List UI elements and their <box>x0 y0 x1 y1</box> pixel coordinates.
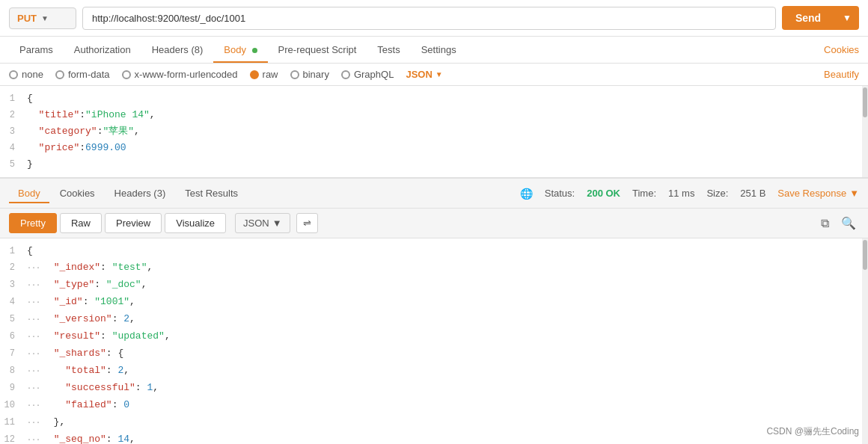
filter-button[interactable]: ⇌ <box>296 213 318 233</box>
radio-binary <box>290 70 299 79</box>
resp-line-12: 12 ··· "_seq_no": 14, <box>0 431 868 444</box>
cookies-link[interactable]: Cookies <box>824 44 859 55</box>
status-value: 200 OK <box>587 188 620 199</box>
resp-line-3: 3 ··· "_type": "_doc", <box>0 277 868 294</box>
option-binary[interactable]: binary <box>290 69 329 80</box>
req-line-3: 3 "category":"苹果", <box>0 123 868 140</box>
request-scrollbar[interactable] <box>862 86 868 177</box>
resp-line-9: 9 ··· "successful": 1, <box>0 380 868 397</box>
resp-tab-headers[interactable]: Headers (3) <box>106 183 175 203</box>
save-response-chevron-icon: ▼ <box>849 188 859 199</box>
json-chevron-icon: ▼ <box>435 70 443 78</box>
option-graphql[interactable]: GraphQL <box>341 69 394 80</box>
req-line-2: 2 "title":"iPhone 14", <box>0 107 868 123</box>
send-button-label: Send <box>782 12 834 24</box>
resp-line-2: 2 ··· "_index": "test", <box>0 259 868 277</box>
method-select[interactable]: PUT ▼ <box>9 7 76 29</box>
tab-tests[interactable]: Tests <box>367 37 410 63</box>
view-visualize-button[interactable]: Visualize <box>165 213 226 233</box>
resp-line-11: 11 ··· }, <box>0 414 868 431</box>
method-value: PUT <box>17 13 37 24</box>
request-code-area[interactable]: 1 { 2 "title":"iPhone 14", 3 "category":… <box>0 86 868 179</box>
globe-icon: 🌐 <box>520 188 533 200</box>
resp-line-6: 6 ··· "result": "updated", <box>0 328 868 345</box>
view-right-icons: ⧉ 🔍 <box>818 215 859 232</box>
request-editor: 1 { 2 "title":"iPhone 14", 3 "category":… <box>0 86 868 179</box>
response-scrollbar-thumb <box>863 240 867 270</box>
view-options-bar: Pretty Raw Preview Visualize JSON ▼ ⇌ ⧉ … <box>0 209 868 238</box>
option-form-data[interactable]: form-data <box>55 69 110 80</box>
method-chevron-icon: ▼ <box>41 14 49 22</box>
radio-form-data <box>55 70 64 79</box>
radio-raw <box>250 70 259 79</box>
size-value: 251 B <box>740 188 765 199</box>
radio-none <box>9 70 18 79</box>
response-json-content: 1 { 2 ··· "_index": "test", 3 ··· "_type… <box>0 238 868 444</box>
copy-button[interactable]: ⧉ <box>818 215 832 232</box>
tab-settings[interactable]: Settings <box>411 37 467 63</box>
option-none[interactable]: none <box>9 69 43 80</box>
filter-icon: ⇌ <box>303 218 311 229</box>
req-line-1: 1 { <box>0 90 868 107</box>
watermark: CSDN @骊先生Coding <box>766 425 859 438</box>
time-value: 11 ms <box>668 188 694 199</box>
resp-line-8: 8 ··· "total": 2, <box>0 363 868 380</box>
resp-tab-body[interactable]: Body <box>9 183 49 203</box>
req-line-5: 5 } <box>0 156 868 173</box>
response-scrollbar[interactable] <box>862 238 868 444</box>
view-raw-button[interactable]: Raw <box>60 213 102 233</box>
url-input[interactable] <box>82 7 776 30</box>
response-status-bar: 🌐 Status: 200 OK Time: 11 ms Size: 251 B… <box>520 188 859 200</box>
tab-headers[interactable]: Headers (8) <box>141 37 214 63</box>
view-preview-button[interactable]: Preview <box>105 213 162 233</box>
nav-tabs: Params Authorization Headers (8) Body Pr… <box>0 37 868 64</box>
radio-graphql <box>341 70 350 79</box>
resp-line-5: 5 ··· "_version": 2, <box>0 311 868 328</box>
tab-params[interactable]: Params <box>9 37 64 63</box>
time-label: Time: <box>632 188 656 199</box>
response-format-select[interactable]: JSON ▼ <box>235 213 290 233</box>
resp-line-4: 4 ··· "_id": "1001", <box>0 294 868 311</box>
option-urlencoded[interactable]: x-www-form-urlencoded <box>122 69 238 80</box>
top-bar: PUT ▼ Send ▼ <box>0 0 868 37</box>
req-line-4: 4 "price":6999.00 <box>0 140 868 156</box>
response-tabs: Body Cookies Headers (3) Test Results <box>9 183 247 203</box>
save-response-button[interactable]: Save Response ▼ <box>777 188 859 199</box>
app-container: PUT ▼ Send ▼ Params Authorization Header… <box>0 0 868 444</box>
response-body: 1 { 2 ··· "_index": "test", 3 ··· "_type… <box>0 238 868 444</box>
send-button[interactable]: Send ▼ <box>782 6 859 30</box>
beautify-button[interactable]: Beautify <box>824 69 859 80</box>
format-chevron-icon: ▼ <box>272 218 282 229</box>
body-active-dot <box>252 48 257 53</box>
search-button[interactable]: 🔍 <box>838 215 859 232</box>
tab-body[interactable]: Body <box>213 37 267 63</box>
resp-line-1: 1 { <box>0 243 868 259</box>
resp-tab-cookies[interactable]: Cookies <box>51 183 104 203</box>
resp-tab-test-results[interactable]: Test Results <box>176 183 247 203</box>
body-options-bar: none form-data x-www-form-urlencoded raw… <box>0 64 868 86</box>
json-format-select[interactable]: JSON ▼ <box>406 69 442 80</box>
status-label: Status: <box>545 188 575 199</box>
radio-urlencoded <box>122 70 131 79</box>
tab-prerequest[interactable]: Pre-request Script <box>268 37 367 63</box>
resp-line-7: 7 ··· "_shards": { <box>0 345 868 363</box>
request-code-lines: 1 { 2 "title":"iPhone 14", 3 "category":… <box>0 86 868 177</box>
request-scrollbar-thumb <box>863 87 867 117</box>
send-btn-arrow-icon[interactable]: ▼ <box>835 13 859 23</box>
size-label: Size: <box>706 188 728 199</box>
view-pretty-button[interactable]: Pretty <box>9 213 57 233</box>
tab-authorization[interactable]: Authorization <box>64 37 141 63</box>
resp-line-10: 10 ··· "failed": 0 <box>0 397 868 414</box>
response-header: Body Cookies Headers (3) Test Results 🌐 … <box>0 179 868 209</box>
option-raw[interactable]: raw <box>250 69 278 80</box>
